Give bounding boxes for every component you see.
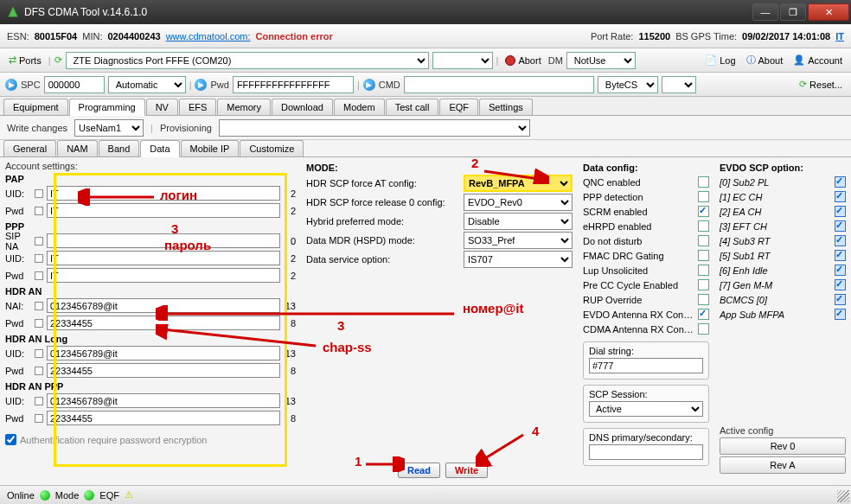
data-config-checkbox[interactable]: [698, 309, 709, 320]
cmd-play-icon[interactable]: ▶: [363, 79, 375, 91]
hdr-rel0-select[interactable]: EVDO_Rev0: [464, 194, 573, 211]
ppp2-uid-input[interactable]: [47, 393, 280, 408]
scp-select[interactable]: Active: [589, 401, 703, 417]
log-button[interactable]: 📄Log: [701, 53, 739, 67]
hybrid-select[interactable]: Disable: [464, 213, 573, 230]
usenam-select[interactable]: UseNam1: [74, 119, 144, 137]
tab-settings[interactable]: Settings: [479, 99, 533, 115]
scp-checkbox[interactable]: [835, 206, 846, 217]
pap-uid-input[interactable]: [47, 186, 280, 201]
long-pwd-input[interactable]: [47, 363, 280, 378]
tab-download[interactable]: Download: [272, 99, 333, 115]
data-config-checkbox[interactable]: [698, 323, 709, 335]
scp-checkbox[interactable]: [835, 309, 846, 320]
scp-checkbox[interactable]: [835, 191, 846, 202]
secondary-bar: Write changes UseNam1 | Provisioning: [0, 116, 851, 140]
pwd-input[interactable]: [233, 76, 354, 93]
refresh-icon[interactable]: ⟳: [54, 54, 62, 66]
about-button[interactable]: ⓘAbout: [743, 52, 787, 68]
dm-select[interactable]: NotUse: [566, 52, 636, 69]
data-config-checkbox[interactable]: [698, 220, 709, 232]
scp-label: [0] Sub2 PL: [720, 177, 831, 188]
scp-checkbox[interactable]: [835, 279, 846, 290]
tab-memory[interactable]: Memory: [217, 99, 271, 115]
mode-header: MODE:: [306, 163, 573, 173]
spc-mode-select[interactable]: Automatic: [108, 76, 186, 93]
an-pwd-input[interactable]: [47, 316, 280, 330]
rev0-button[interactable]: Rev 0: [720, 437, 846, 455]
minimize-button[interactable]: —: [752, 3, 778, 21]
pap-pwd-tiny[interactable]: [35, 207, 43, 215]
toolbar-spc: ▶ SPC Automatic | ▶ Pwd | ▶ CMD ByteCS ⟳…: [0, 73, 851, 97]
tab-equipment[interactable]: Equipment: [3, 99, 68, 115]
subtab-nam[interactable]: NAM: [57, 140, 97, 156]
data-config-checkbox[interactable]: [698, 206, 709, 217]
abort-button[interactable]: Abort: [502, 54, 544, 67]
hdr-at-select[interactable]: RevB_MFPA: [464, 175, 573, 192]
subtab-data[interactable]: Data: [140, 140, 179, 157]
bytecs-select[interactable]: ByteCS: [598, 76, 658, 93]
scp-checkbox[interactable]: [835, 294, 846, 305]
write-button[interactable]: Write: [445, 463, 488, 478]
ports-button[interactable]: ⇄Ports: [5, 53, 45, 67]
pwd-play-icon[interactable]: ▶: [195, 79, 207, 91]
bytecs-extra-select[interactable]: [662, 76, 696, 93]
subtab-mobileip[interactable]: Mobile IP: [181, 140, 240, 156]
data-config-checkbox[interactable]: [698, 250, 709, 261]
tab-testcall[interactable]: Test call: [386, 99, 439, 115]
tab-modem[interactable]: Modem: [334, 99, 385, 115]
pap-pwd-input[interactable]: [47, 203, 280, 218]
tab-eqf[interactable]: EQF: [439, 99, 478, 115]
reset-button[interactable]: ⟳Reset...: [796, 77, 846, 92]
subtab-general[interactable]: General: [3, 140, 56, 156]
port-select[interactable]: ZTE Diagnostics Port FFFE (COM20): [66, 52, 429, 69]
mdr-select[interactable]: SO33_Pref: [464, 232, 573, 249]
scp-checkbox[interactable]: [835, 235, 846, 246]
scp-checkbox[interactable]: [835, 250, 846, 261]
gps-label: BS GPS Time:: [675, 31, 737, 41]
tab-programming[interactable]: Programming: [69, 99, 145, 116]
data-config-label: QNC enabled: [583, 177, 694, 188]
account-button[interactable]: 👤Account: [790, 53, 846, 67]
auth-checkbox[interactable]: [5, 434, 16, 445]
main-tabs: Equipment Programming NV EFS Memory Down…: [0, 97, 851, 116]
resize-grip[interactable]: [837, 490, 849, 502]
ppp2-pwd-input[interactable]: [47, 411, 280, 425]
ppp-pwd-input[interactable]: [47, 268, 280, 283]
account-header: Account settings:: [5, 161, 296, 171]
an-nai-input[interactable]: [47, 298, 280, 313]
subtab-band[interactable]: Band: [99, 140, 140, 156]
ppp-uid-input[interactable]: [47, 251, 280, 265]
read-button[interactable]: Read: [398, 463, 440, 478]
scp-checkbox[interactable]: [835, 176, 846, 188]
tab-nv[interactable]: NV: [146, 99, 178, 115]
close-button[interactable]: ✕: [808, 3, 849, 21]
scp-label: [4] Sub3 RT: [720, 236, 831, 246]
spc-play-icon[interactable]: ▶: [5, 79, 17, 91]
ppp-sip-input[interactable]: [47, 233, 280, 248]
data-config-checkbox[interactable]: [698, 265, 709, 276]
scp-checkbox[interactable]: [835, 220, 846, 232]
scp-checkbox[interactable]: [835, 265, 846, 276]
data-config-checkbox[interactable]: [698, 176, 709, 188]
pap-uid-tiny[interactable]: [35, 189, 43, 198]
esn-label: ESN:: [7, 31, 29, 41]
dns-input[interactable]: [589, 444, 703, 460]
maximize-button[interactable]: ❐: [780, 3, 806, 21]
data-config-checkbox[interactable]: [698, 191, 709, 202]
port-extra-select[interactable]: [432, 52, 493, 69]
provisioning-select[interactable]: [219, 119, 530, 137]
dso-select[interactable]: IS707: [464, 251, 573, 268]
dial-input[interactable]: [589, 358, 703, 373]
data-config-checkbox[interactable]: [698, 235, 709, 246]
subtab-customize[interactable]: Customize: [240, 140, 304, 156]
long-uid-input[interactable]: [47, 346, 280, 360]
data-config-checkbox[interactable]: [698, 279, 709, 290]
data-config-checkbox[interactable]: [698, 294, 709, 305]
tab-efs[interactable]: EFS: [179, 99, 216, 115]
it-link[interactable]: IT: [835, 31, 844, 41]
spc-input[interactable]: [44, 76, 105, 93]
cmd-input[interactable]: [404, 76, 594, 93]
reva-button[interactable]: Rev A: [720, 456, 846, 474]
url-link[interactable]: www.cdmatool.com:: [166, 31, 251, 41]
